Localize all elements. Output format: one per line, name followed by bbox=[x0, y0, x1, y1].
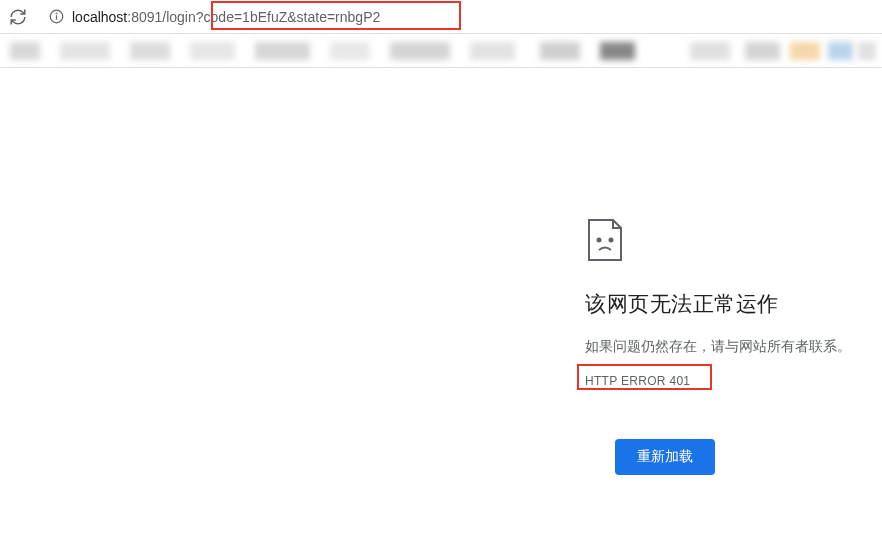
url-query: ?code=1bEfuZ&state=rnbgP2 bbox=[196, 9, 380, 25]
info-icon[interactable] bbox=[48, 9, 64, 25]
error-container: 该网页无法正常运作 如果问题仍然存在，请与网站所有者联系。 HTTP ERROR… bbox=[585, 218, 865, 475]
svg-point-2 bbox=[56, 13, 57, 14]
error-message: 如果问题仍然存在，请与网站所有者联系。 bbox=[585, 336, 865, 357]
svg-point-3 bbox=[598, 239, 601, 242]
error-code: HTTP ERROR 401 bbox=[585, 374, 690, 388]
bookmarks-bar bbox=[0, 34, 882, 68]
sad-file-icon bbox=[585, 218, 625, 262]
url-input[interactable]: localhost:8091/login?code=1bEfuZ&state=r… bbox=[48, 0, 874, 33]
url-host: localhost bbox=[72, 9, 127, 25]
url-path: :8091/login bbox=[127, 9, 196, 25]
error-title: 该网页无法正常运作 bbox=[585, 290, 865, 318]
content-area: 该网页无法正常运作 如果问题仍然存在，请与网站所有者联系。 HTTP ERROR… bbox=[0, 68, 882, 555]
svg-point-4 bbox=[610, 239, 613, 242]
reload-icon[interactable] bbox=[8, 7, 28, 27]
reload-button[interactable]: 重新加载 bbox=[615, 439, 715, 475]
address-bar: localhost:8091/login?code=1bEfuZ&state=r… bbox=[0, 0, 882, 34]
